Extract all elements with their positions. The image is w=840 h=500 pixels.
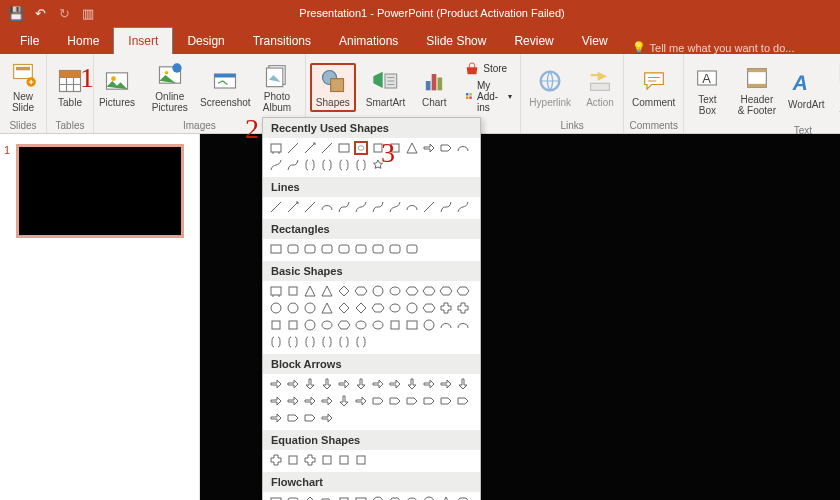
shape-cu-icon[interactable]: [337, 200, 351, 214]
shape-sq-icon[interactable]: [388, 141, 402, 155]
shape-ov-icon[interactable]: [371, 318, 385, 332]
shape-tb-icon[interactable]: [269, 284, 283, 298]
shape-ov-icon[interactable]: [388, 301, 402, 315]
shape-he-icon[interactable]: [456, 495, 470, 500]
shape-fr-icon[interactable]: [456, 200, 470, 214]
action-button[interactable]: Action: [581, 65, 619, 110]
shape-di-icon[interactable]: [303, 495, 317, 500]
shape-el-icon[interactable]: [456, 318, 470, 332]
shape-pa-icon[interactable]: [371, 394, 385, 408]
tab-transitions[interactable]: Transitions: [239, 28, 325, 54]
shape-tr-icon[interactable]: [303, 284, 317, 298]
shape-ad-icon[interactable]: [354, 377, 368, 391]
shape-ln2-icon[interactable]: [303, 141, 317, 155]
shape-aw-icon[interactable]: [269, 411, 283, 425]
shape-rc-icon[interactable]: [354, 495, 368, 500]
shape-rc-icon[interactable]: [269, 242, 283, 256]
shape-cu-icon[interactable]: [439, 200, 453, 214]
shape-ov-icon[interactable]: [354, 318, 368, 332]
online-pictures-button[interactable]: Online Pictures: [142, 59, 198, 115]
shape-fr-icon[interactable]: [354, 200, 368, 214]
wordart-button[interactable]: A WordArt: [787, 67, 825, 112]
shape-br-icon[interactable]: [354, 158, 368, 172]
shape-he-icon[interactable]: [371, 301, 385, 315]
shape-ln-icon[interactable]: [286, 141, 300, 155]
shape-ci-icon[interactable]: [269, 301, 283, 315]
shape-sq-icon[interactable]: [286, 453, 300, 467]
shape-ci-icon[interactable]: [371, 284, 385, 298]
shape-br-icon[interactable]: [269, 335, 283, 349]
shape-ad-icon[interactable]: [303, 377, 317, 391]
shape-aw-icon[interactable]: [269, 394, 283, 408]
shape-tb-icon[interactable]: [269, 141, 283, 155]
shape-he-icon[interactable]: [354, 284, 368, 298]
shape-rc-icon[interactable]: [269, 495, 283, 500]
shape-rc-icon[interactable]: [405, 318, 419, 332]
shape-fr-icon[interactable]: [269, 158, 283, 172]
shape-ln-icon[interactable]: [422, 200, 436, 214]
table-button[interactable]: Table: [51, 65, 89, 110]
slide-thumbnail-1[interactable]: 1: [4, 144, 195, 238]
shape-pl-icon[interactable]: [439, 301, 453, 315]
shape-pl-icon[interactable]: [269, 453, 283, 467]
shape-di-icon[interactable]: [337, 284, 351, 298]
shape-ci-icon[interactable]: [422, 318, 436, 332]
tab-animations[interactable]: Animations: [325, 28, 412, 54]
shape-aw-icon[interactable]: [286, 394, 300, 408]
shape-aw-icon[interactable]: [439, 377, 453, 391]
shape-rr-icon[interactable]: [320, 242, 334, 256]
shape-el-icon[interactable]: [456, 141, 470, 155]
shape-tr-icon[interactable]: [439, 495, 453, 500]
save-icon[interactable]: 💾: [8, 5, 24, 21]
shape-pl-icon[interactable]: [303, 453, 317, 467]
shape-br-icon[interactable]: [320, 335, 334, 349]
shape-aw-icon[interactable]: [303, 394, 317, 408]
shape-ov-icon[interactable]: [320, 318, 334, 332]
shape-ln-icon[interactable]: [320, 141, 334, 155]
shape-ci-icon[interactable]: [303, 301, 317, 315]
screenshot-button[interactable]: Screenshot: [204, 65, 247, 110]
shape-ad-icon[interactable]: [456, 377, 470, 391]
shape-he-icon[interactable]: [337, 318, 351, 332]
shape-tr-icon[interactable]: [320, 284, 334, 298]
shape-he-icon[interactable]: [422, 284, 436, 298]
shape-sq-icon[interactable]: [337, 495, 351, 500]
shape-br-icon[interactable]: [303, 158, 317, 172]
shape-ci-icon[interactable]: [422, 495, 436, 500]
shape-aw-icon[interactable]: [388, 377, 402, 391]
redo-icon[interactable]: ↻: [56, 5, 72, 21]
shape-aw-icon[interactable]: [422, 377, 436, 391]
shape-ov-icon[interactable]: [388, 284, 402, 298]
tab-insert[interactable]: Insert: [113, 27, 173, 54]
tab-slideshow[interactable]: Slide Show: [412, 28, 500, 54]
shape-br-icon[interactable]: [337, 335, 351, 349]
tab-home[interactable]: Home: [53, 28, 113, 54]
shape-ln-icon[interactable]: [269, 200, 283, 214]
tab-review[interactable]: Review: [500, 28, 567, 54]
shape-ad-icon[interactable]: [320, 377, 334, 391]
shape-st-icon[interactable]: [371, 158, 385, 172]
shape-br-icon[interactable]: [354, 335, 368, 349]
store-button[interactable]: Store: [461, 61, 516, 77]
shape-sq-icon[interactable]: [371, 141, 385, 155]
shape-sq-icon[interactable]: [320, 453, 334, 467]
shape-di-icon[interactable]: [354, 301, 368, 315]
comment-button[interactable]: Comment: [628, 65, 679, 110]
shape-el-icon[interactable]: [320, 200, 334, 214]
shape-sq-icon[interactable]: [269, 318, 283, 332]
shape-rr-icon[interactable]: [286, 242, 300, 256]
shape-he-icon[interactable]: [388, 495, 402, 500]
shape-he-icon[interactable]: [405, 284, 419, 298]
shape-aw-icon[interactable]: [320, 411, 334, 425]
shape-el-icon[interactable]: [439, 318, 453, 332]
shape-he-icon[interactable]: [456, 284, 470, 298]
shape-rr-icon[interactable]: [337, 242, 351, 256]
shape-br-icon[interactable]: [337, 158, 351, 172]
shape-ov-icon[interactable]: [354, 141, 368, 155]
shape-cu-icon[interactable]: [371, 200, 385, 214]
shape-fr-icon[interactable]: [388, 200, 402, 214]
shape-he-icon[interactable]: [422, 301, 436, 315]
shape-rr-icon[interactable]: [354, 242, 368, 256]
date-time-button[interactable]: Date & Time: [831, 56, 840, 123]
pictures-button[interactable]: Pictures: [98, 65, 136, 110]
